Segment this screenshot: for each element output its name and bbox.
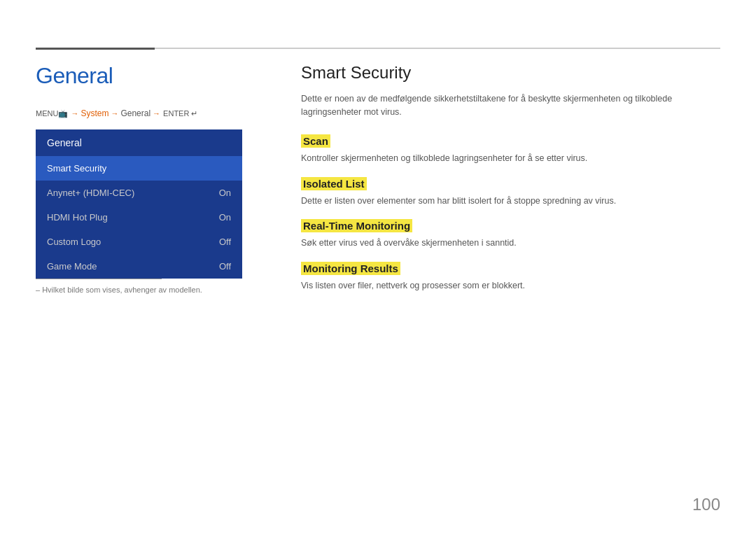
sidebar-item-label-hdmi-hot-plug: HDMI Hot Plug <box>47 212 108 223</box>
sidebar-item-value-game-mode: Off <box>219 261 231 272</box>
subsection-isolated-desc: Dette er listen over elementer som har b… <box>301 195 700 208</box>
subsection-realtime-title-wrap: Real-Time Monitoring <box>301 220 720 232</box>
main-intro: Dette er noen av de medfølgende sikkerhe… <box>301 92 700 120</box>
subsection-realtime-desc: Søk etter virus ved å overvåke skjermenh… <box>301 237 700 250</box>
sidebar-item-label-game-mode: Game Mode <box>47 261 97 272</box>
top-line-accent <box>36 48 155 50</box>
sidebar-header: General <box>36 129 242 156</box>
enter-icon: ENTER ↵ <box>163 109 197 118</box>
subsection-monitoring-results: Monitoring Results Vis listen over filer… <box>301 262 720 293</box>
sidebar-item-smart-security[interactable]: Smart Security <box>36 156 242 181</box>
sidebar-item-game-mode[interactable]: Game Mode Off <box>36 254 242 279</box>
breadcrumb-arrow-2: → <box>111 109 118 118</box>
main-title: Smart Security <box>301 63 720 83</box>
sidebar-item-custom-logo[interactable]: Custom Logo Off <box>36 230 242 254</box>
sidebar-item-anynet[interactable]: Anynet+ (HDMI-CEC) On <box>36 181 242 205</box>
sidebar-item-value-custom-logo: Off <box>219 237 231 247</box>
sidebar-item-label-smart-security: Smart Security <box>47 163 106 174</box>
subsection-realtime: Real-Time Monitoring Søk etter virus ved… <box>301 220 720 250</box>
subsection-scan-title-wrap: Scan <box>301 135 720 148</box>
sidebar-item-label-anynet: Anynet+ (HDMI-CEC) <box>47 188 134 198</box>
subsection-scan-title: Scan <box>301 134 330 148</box>
subsection-isolated-list: Isolated List Dette er listen over eleme… <box>301 178 720 208</box>
breadcrumb-arrow-1: → <box>71 109 78 118</box>
sidebar-item-label-custom-logo: Custom Logo <box>47 237 101 247</box>
subsection-monitoring-title-wrap: Monitoring Results <box>301 262 720 275</box>
sidebar-item-hdmi-hot-plug[interactable]: HDMI Hot Plug On <box>36 205 242 230</box>
page-title: General <box>36 63 113 89</box>
footnote: – Hvilket bilde som vises, avhenger av m… <box>36 286 202 294</box>
subsection-monitoring-title: Monitoring Results <box>301 262 400 275</box>
breadcrumb: MENU📺 → System → General → ENTER ↵ <box>36 108 197 118</box>
subsection-isolated-title: Isolated List <box>301 177 367 190</box>
subsection-realtime-title: Real-Time Monitoring <box>301 219 412 232</box>
footnote-line <box>36 279 162 279</box>
sidebar-item-value-hdmi-hot-plug: On <box>219 212 231 223</box>
subsection-monitoring-desc: Vis listen over filer, nettverk og prose… <box>301 279 700 293</box>
menu-icon: MENU📺 <box>36 109 68 118</box>
sidebar: General Smart Security Anynet+ (HDMI-CEC… <box>36 129 242 279</box>
breadcrumb-arrow-3: → <box>153 109 160 118</box>
sidebar-item-value-anynet: On <box>219 188 231 198</box>
main-content: Smart Security Dette er noen av de medfø… <box>301 63 720 305</box>
subsection-scan: Scan Kontroller skjermenheten og tilkobl… <box>301 135 720 165</box>
subsection-isolated-title-wrap: Isolated List <box>301 178 720 190</box>
breadcrumb-general: General <box>120 108 150 118</box>
page-number: 100 <box>692 495 720 514</box>
subsection-scan-desc: Kontroller skjermenheten og tilkoblede l… <box>301 152 700 165</box>
breadcrumb-system[interactable]: System <box>80 108 108 118</box>
